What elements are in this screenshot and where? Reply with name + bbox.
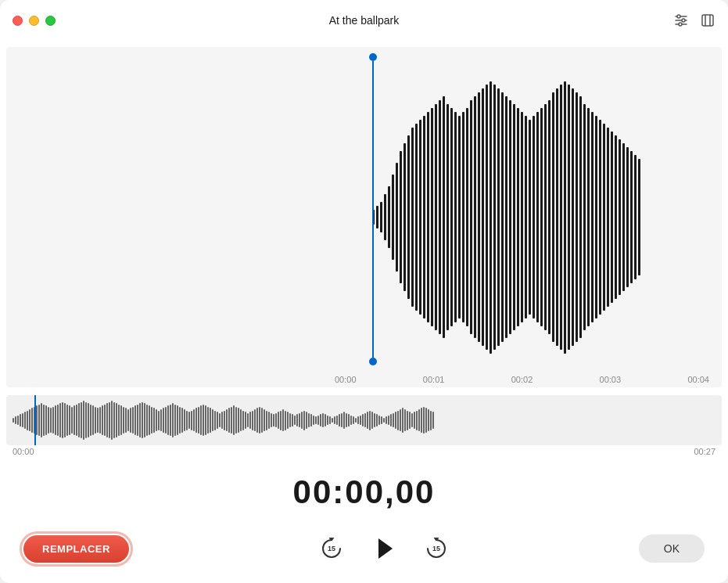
mini-waveform-bar [296, 414, 298, 426]
mini-waveform-bar [325, 414, 326, 426]
mini-waveform-bar [217, 412, 218, 429]
waveform-bar [478, 92, 480, 341]
mini-waveform-bar [254, 409, 256, 431]
waveform-bar [591, 112, 594, 322]
mini-waveform-bar [364, 413, 366, 428]
waveform-bar [380, 202, 382, 233]
mini-waveform-bar [327, 416, 328, 426]
waveform-bar [634, 155, 637, 279]
mini-waveform-bar [252, 411, 253, 430]
mini-waveform-bar [409, 412, 411, 429]
maximize-button[interactable] [45, 16, 56, 26]
waveform-bar [490, 81, 492, 354]
waveform-bar [450, 108, 453, 326]
waveform-bar [388, 186, 390, 249]
mini-waveform-bar [404, 409, 406, 431]
time-label: 00:00 [335, 375, 357, 384]
mini-waveform-bar [158, 411, 160, 430]
mini-waveform-bar [343, 412, 345, 429]
mini-waveform-bar [193, 409, 195, 431]
mini-waveform-bar [195, 408, 197, 432]
mini-waveform-bar [69, 405, 70, 435]
ok-button[interactable]: OK [639, 534, 705, 563]
waveform-bar [509, 100, 511, 333]
waveform-bar [392, 175, 394, 260]
mini-waveform-bar [111, 401, 113, 440]
playhead[interactable] [372, 47, 374, 387]
waveform-bar [431, 108, 433, 326]
waveform-bar [548, 100, 550, 333]
waveform-bar [493, 85, 496, 349]
waveform-bar [533, 116, 535, 318]
mini-waveform-bar [99, 407, 101, 434]
waveform-bar [376, 206, 378, 229]
trim-icon[interactable] [700, 13, 715, 28]
waveform-bar [587, 108, 590, 326]
mini-waveform-bar [88, 403, 89, 437]
waveform-bar [622, 143, 625, 291]
mini-waveform-bar [320, 414, 321, 426]
mini-waveform-bar [224, 411, 225, 430]
waveform-bar [443, 96, 445, 337]
filter-icon[interactable] [673, 13, 689, 28]
waveform-bar [607, 128, 609, 307]
playhead-handle-bottom[interactable] [369, 358, 377, 365]
mini-waveform-bar [313, 416, 314, 426]
mini-waveform-section: 00:00 00:27 [0, 387, 728, 459]
replace-button[interactable]: REMPLACER [23, 535, 129, 563]
minimize-button[interactable] [29, 16, 39, 26]
mini-waveform-bar [17, 416, 19, 426]
mini-waveform-bar [134, 405, 136, 435]
forward-button[interactable]: 15 [421, 534, 451, 563]
mini-waveform-bar [15, 416, 16, 423]
rewind-button[interactable]: 15 [317, 534, 346, 563]
mini-waveform-bar [308, 413, 310, 428]
waveform-bar [513, 104, 515, 329]
mini-waveform-bar [113, 402, 115, 439]
mini-waveform-bar [207, 407, 209, 434]
waveform-bar [470, 100, 472, 333]
mini-waveform-bar [66, 405, 68, 437]
mini-waveform-bar [418, 409, 420, 431]
mini-waveform-bar [423, 407, 425, 434]
mini-waveform-bar [421, 408, 422, 432]
mini-waveform-bar [198, 407, 199, 434]
mini-waveform-bar [310, 414, 312, 426]
main-waveform-area[interactable]: 00:0000:0100:0200:0300:04 [6, 47, 722, 387]
mini-waveform-bar [381, 416, 382, 423]
mini-waveform-bars [6, 401, 722, 440]
playhead-handle-top[interactable] [369, 53, 377, 61]
mini-waveform-bar [156, 409, 157, 431]
waveform-bar [446, 104, 449, 329]
mini-waveform-bar [292, 414, 293, 426]
time-label: 00:01 [423, 375, 445, 384]
mini-playhead [34, 395, 36, 445]
mini-waveform-bar [301, 412, 303, 429]
mini-waveform-bar [123, 407, 124, 434]
mini-waveform-bar [235, 407, 237, 434]
close-button[interactable] [13, 16, 23, 26]
mini-waveform-bar [127, 409, 129, 431]
waveform-bar [638, 159, 640, 275]
mini-waveform-bar [432, 412, 434, 429]
mini-waveform-bar [240, 409, 242, 431]
mini-waveform-container[interactable] [6, 395, 722, 445]
mini-waveform-bar [142, 402, 143, 439]
mini-waveform-bar [27, 411, 28, 430]
mini-waveform-bar [132, 407, 134, 434]
mini-waveform-bar [144, 403, 145, 437]
mini-waveform-bar [388, 416, 389, 426]
mini-waveform-bar [179, 407, 181, 434]
mini-waveform-bar [71, 407, 73, 434]
waveform-bar [540, 108, 543, 326]
mini-waveform-bar [165, 407, 167, 434]
waveform-bar [595, 116, 597, 318]
mini-waveform-bar [151, 407, 152, 434]
play-button[interactable] [368, 533, 400, 564]
mini-waveform-bar [57, 405, 59, 437]
waveform-bar [501, 92, 504, 341]
mini-waveform-bar [38, 405, 40, 437]
mini-waveform-bar [414, 412, 415, 429]
mini-waveform-bar [219, 413, 221, 428]
mini-waveform-bar [31, 408, 33, 432]
